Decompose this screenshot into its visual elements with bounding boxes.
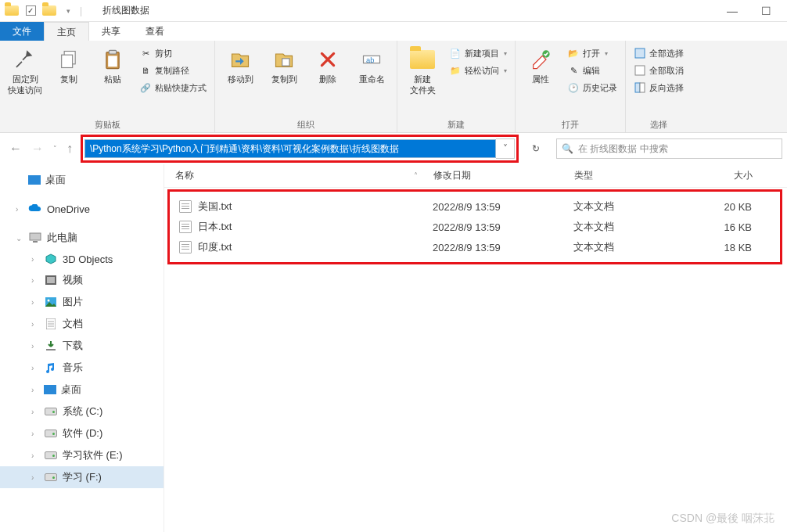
move-to-button[interactable]: 移动到 <box>220 44 261 88</box>
downloads-icon <box>44 340 58 352</box>
ribbon: 固定到 快速访问 复制 粘贴 ✂剪切 🗎复制路径 🔗粘贴快捷方式 剪贴板 移动到 <box>0 41 787 133</box>
tab-share[interactable]: 共享 <box>89 22 133 41</box>
group-select: 全部选择 全部取消 反向选择 选择 <box>626 41 692 132</box>
copy-to-button[interactable]: 复制到 <box>264 44 304 88</box>
column-size[interactable]: 大小 <box>692 169 776 182</box>
copy-to-icon <box>271 47 296 72</box>
select-none-button[interactable]: 全部取消 <box>631 63 687 78</box>
svg-point-18 <box>48 300 50 302</box>
up-button[interactable]: ↑ <box>66 142 73 156</box>
forward-button[interactable]: → <box>31 142 44 156</box>
back-button[interactable]: ← <box>9 142 22 156</box>
column-name[interactable]: 名称˄ <box>175 169 433 182</box>
cube-icon <box>44 253 58 265</box>
svg-rect-16 <box>47 277 55 283</box>
sidebar-item-downloads[interactable]: ›下载 <box>0 335 164 357</box>
group-organize: 移动到 复制到 删除 ab 重命名 组织 <box>215 41 397 132</box>
window-controls: — ☐ <box>727 5 787 17</box>
cut-button[interactable]: ✂剪切 <box>136 45 210 61</box>
move-icon <box>228 47 253 72</box>
recent-dropdown-icon[interactable]: ˅ <box>53 145 57 153</box>
sidebar-item-desktop2[interactable]: ›桌面 <box>0 379 164 401</box>
sidebar-item-drive-e[interactable]: ›学习软件 (E:) <box>0 444 164 466</box>
tab-file[interactable]: 文件 <box>0 22 44 41</box>
watermark: CSDN @最後 咽莯苝 <box>671 512 774 526</box>
history-button[interactable]: 🕑历史记录 <box>564 80 620 95</box>
group-open: 属性 📂打开▾ ✎编辑 🕑历史记录 打开 <box>516 41 626 132</box>
svg-rect-5 <box>282 59 289 66</box>
tab-view[interactable]: 查看 <box>133 22 177 41</box>
text-file-icon <box>179 221 192 233</box>
sidebar-item-pictures[interactable]: ›图片 <box>0 291 164 313</box>
pin-icon <box>13 47 38 72</box>
svg-rect-13 <box>30 233 41 240</box>
qat-checkbox[interactable] <box>23 4 38 18</box>
paste-shortcut-button[interactable]: 🔗粘贴快捷方式 <box>136 80 210 95</box>
copy-button[interactable]: 复制 <box>49 44 89 88</box>
refresh-button[interactable]: ↻ <box>525 138 547 159</box>
column-type[interactable]: 类型 <box>574 169 692 182</box>
sidebar-item-drive-c[interactable]: ›系统 (C:) <box>0 401 164 422</box>
sidebar: 桌面 ›OneDrive ⌄此电脑 ›3D Objects ›视频 ›图片 ›文… <box>0 164 164 532</box>
sidebar-item-drive-f[interactable]: ›学习 (F:) <box>0 466 164 488</box>
documents-icon <box>44 318 58 330</box>
text-file-icon <box>179 241 192 253</box>
sidebar-item-onedrive[interactable]: ›OneDrive <box>0 199 164 219</box>
folder-icon <box>5 4 19 18</box>
sidebar-item-3d-objects[interactable]: ›3D Objects <box>0 249 164 269</box>
new-item-icon: 📄 <box>449 47 462 59</box>
svg-rect-3 <box>109 50 116 54</box>
file-row[interactable]: 印度.txt 2022/8/9 13:59 文本文档 18 KB <box>174 237 775 257</box>
sidebar-item-videos[interactable]: ›视频 <box>0 269 164 291</box>
drive-icon <box>44 471 58 483</box>
qat-dropdown-icon[interactable]: ▾ <box>61 4 75 18</box>
maximize-button[interactable]: ☐ <box>761 5 771 17</box>
rename-button[interactable]: ab 重命名 <box>351 44 392 88</box>
file-list-highlight: 美国.txt 2022/8/9 13:59 文本文档 20 KB 日本.txt … <box>167 189 782 264</box>
delete-button[interactable]: 删除 <box>307 44 348 88</box>
nav-row: ← → ˅ ↑ \Python系统学习\Python入门到精通\资料\资料\可视… <box>0 133 787 164</box>
new-item-button[interactable]: 📄新建项目▾ <box>446 45 510 61</box>
minimize-button[interactable]: — <box>727 5 738 17</box>
svg-text:ab: ab <box>366 56 374 64</box>
file-row[interactable]: 日本.txt 2022/8/9 13:59 文本文档 16 KB <box>174 217 775 237</box>
search-placeholder: 在 折线图数据 中搜索 <box>578 142 668 156</box>
tab-home[interactable]: 主页 <box>44 22 89 41</box>
svg-rect-10 <box>635 66 645 75</box>
history-icon: 🕑 <box>567 81 580 94</box>
open-button[interactable]: 📂打开▾ <box>564 45 620 61</box>
delete-icon <box>315 47 340 72</box>
sidebar-item-music[interactable]: ›音乐 <box>0 357 164 379</box>
pin-to-quick-access-button[interactable]: 固定到 快速访问 <box>5 44 45 99</box>
search-icon: 🔍 <box>562 143 573 154</box>
shortcut-icon: 🔗 <box>139 81 152 94</box>
properties-button[interactable]: 属性 <box>520 44 561 88</box>
main-area: 桌面 ›OneDrive ⌄此电脑 ›3D Objects ›视频 ›图片 ›文… <box>0 164 787 532</box>
copy-path-button[interactable]: 🗎复制路径 <box>136 63 210 78</box>
new-folder-button[interactable]: 新建 文件夹 <box>402 44 443 99</box>
sidebar-item-desktop[interactable]: 桌面 <box>0 169 164 191</box>
group-new: 新建 文件夹 📄新建项目▾ 📁轻松访问▾ 新建 <box>397 41 516 132</box>
select-none-icon <box>634 64 646 77</box>
sidebar-item-documents[interactable]: ›文档 <box>0 313 164 335</box>
paste-icon <box>100 47 125 72</box>
select-all-button[interactable]: 全部选择 <box>631 45 687 61</box>
text-file-icon <box>179 200 192 213</box>
paste-button[interactable]: 粘贴 <box>92 44 133 88</box>
search-input[interactable]: 🔍 在 折线图数据 中搜索 <box>556 138 782 159</box>
edit-button[interactable]: ✎编辑 <box>564 63 620 78</box>
address-dropdown[interactable]: ˅ <box>496 138 515 159</box>
open-icon: 📂 <box>567 47 580 59</box>
invert-icon <box>634 81 646 94</box>
address-bar[interactable]: \Python系统学习\Python入门到精通\资料\资料\可视化案例数据\折线… <box>84 139 496 158</box>
svg-rect-11 <box>635 83 640 92</box>
file-row[interactable]: 美国.txt 2022/8/9 13:59 文本文档 20 KB <box>174 196 775 217</box>
new-folder-icon <box>410 47 435 72</box>
column-date[interactable]: 修改日期 <box>433 169 574 182</box>
video-icon <box>44 274 58 286</box>
desktop-icon <box>28 175 41 185</box>
easy-access-button[interactable]: 📁轻松访问▾ <box>446 63 510 78</box>
sidebar-item-drive-d[interactable]: ›软件 (D:) <box>0 422 164 444</box>
sidebar-item-this-pc[interactable]: ⌄此电脑 <box>0 227 164 249</box>
invert-selection-button[interactable]: 反向选择 <box>631 80 687 95</box>
